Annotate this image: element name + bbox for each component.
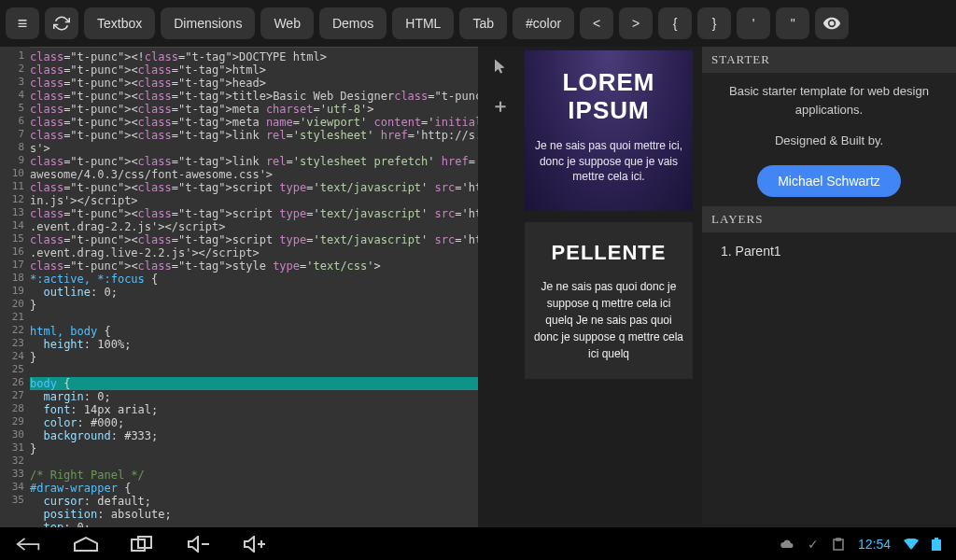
home-icon[interactable] [73,536,99,553]
clipboard-icon[interactable] [832,538,845,551]
color-button[interactable]: #color [513,7,574,39]
preview-section: PELLENTE Je ne sais pas quoi donc je sup… [525,222,693,379]
designed-by-label: Designed & Built by. [715,132,943,150]
lbrace-button[interactable]: { [658,7,692,39]
rbrace-button[interactable]: } [697,7,731,39]
menu-button[interactable]: ≡ [6,7,39,39]
cloud-icon[interactable] [780,539,794,550]
tab-button[interactable]: Tab [459,7,507,39]
gt-button[interactable]: > [619,7,653,39]
line-gutter: 1234567891011121314151617181920212223242… [0,47,30,527]
starter-description: Basic starter template for web design ap… [715,82,943,119]
dquote-button[interactable]: " [776,7,809,39]
layer-item[interactable]: Parent1 [736,244,781,259]
squote-button[interactable]: ' [737,7,770,39]
cursor-tool-icon[interactable] [491,56,510,77]
clock: 12:54 [858,537,891,552]
textbox-button[interactable]: Textbox [84,7,155,39]
system-navbar: ✓ 12:54 [0,527,956,560]
svg-rect-4 [935,538,938,539]
layers-header: LAYERS [702,206,956,232]
eye-button[interactable] [815,7,849,39]
add-tool-icon[interactable]: ＋ [491,95,510,116]
volume-up-icon[interactable] [243,536,267,553]
dimensions-button[interactable]: Dimensions [161,7,255,39]
preview-pane: ＋ LOREM IPSUM Je ne sais pas quoi mettre… [478,47,702,527]
hero-body: Je ne sais pas quoi mettre ici, donc je … [532,138,685,185]
layer-number: 1. [721,244,732,259]
starter-header: STARTER [702,47,956,73]
volume-down-icon[interactable] [187,536,211,553]
author-button[interactable]: Michael Schwartz [757,165,901,197]
demos-button[interactable]: Demos [319,7,387,39]
toolbar: ≡ Textbox Dimensions Web Demos HTML Tab … [0,0,956,47]
battery-icon [932,538,941,551]
svg-rect-3 [932,539,941,551]
html-button[interactable]: HTML [392,7,454,39]
check-icon[interactable]: ✓ [808,537,819,552]
preview-hero: LOREM IPSUM Je ne sais pas quoi mettre i… [525,50,693,211]
section-body: Je ne sais pas quoi donc je suppose q me… [532,278,685,362]
section-title: PELLENTE [532,241,685,265]
back-icon[interactable] [15,535,41,553]
hero-title: LOREM IPSUM [532,69,685,125]
wifi-icon [904,539,919,550]
recent-icon[interactable] [131,536,155,553]
right-panel: STARTER Basic starter template for web d… [702,47,956,527]
refresh-button[interactable] [45,7,78,39]
lt-button[interactable]: < [580,7,613,39]
code-editor[interactable]: class="t-punc"><!class="t-tag">DOCTYPE h… [30,47,478,527]
web-button[interactable]: Web [260,7,314,39]
